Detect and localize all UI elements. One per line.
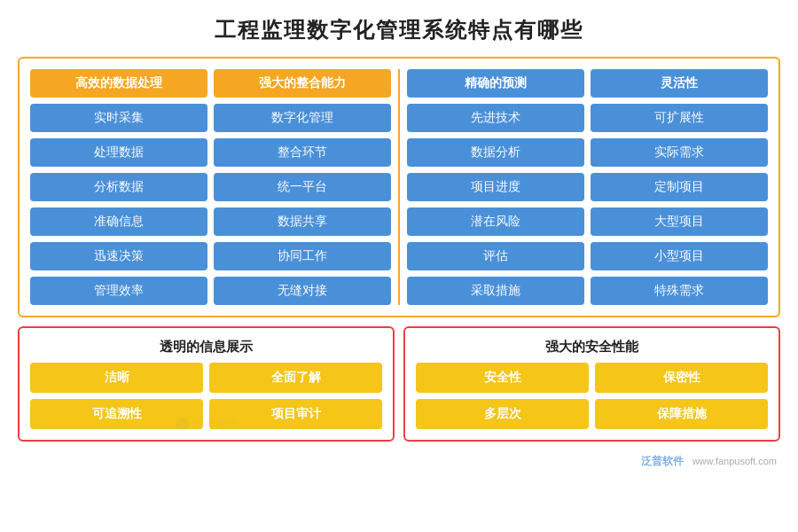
col4-item-6: 特殊需求 (591, 277, 768, 305)
bottom-row: 透明的信息展示 洁晰 全面了解 可追溯性 项目审计 🔵 泛普软件 强大的安全性能… (18, 326, 780, 442)
column-2: 强大的整合能力 数字化管理 整合环节 统一平台 数据共享 协同工作 无缝对接 (214, 69, 391, 305)
col4-header: 灵活性 (591, 69, 768, 98)
col4-item-4: 大型项目 (591, 207, 768, 236)
col3-item-3: 项目进度 (407, 173, 584, 201)
col1-header: 高效的数据处理 (30, 69, 207, 98)
col1-item-4: 准确信息 (30, 207, 207, 236)
top-section: 高效的数据处理 实时采集 处理数据 分析数据 准确信息 迅速决策 管理效率 强大… (18, 57, 780, 317)
bottom-left-grid: 洁晰 全面了解 可追溯性 项目审计 (30, 363, 382, 429)
bottom-left-item-3: 可追溯性 (30, 399, 203, 429)
footer: 泛普软件 www.fanpusoft.com (18, 454, 780, 469)
col4-item-2: 实际需求 (591, 138, 768, 167)
page: 工程监理数字化管理系统特点有哪些 高效的数据处理 实时采集 处理数据 分析数据 … (0, 0, 798, 532)
content-area: 高效的数据处理 实时采集 处理数据 分析数据 准确信息 迅速决策 管理效率 强大… (18, 57, 780, 469)
col2-item-2: 整合环节 (214, 138, 391, 167)
col1-item-1: 实时采集 (30, 104, 207, 132)
left-columns-grid: 高效的数据处理 实时采集 处理数据 分析数据 准确信息 迅速决策 管理效率 强大… (30, 69, 391, 305)
col2-item-1: 数字化管理 (214, 104, 391, 132)
col2-item-3: 统一平台 (214, 173, 391, 201)
col4-item-3: 定制项目 (591, 173, 768, 201)
bottom-left-title: 透明的信息展示 (30, 339, 382, 356)
column-4: 灵活性 可扩展性 实际需求 定制项目 大型项目 小型项目 特殊需求 (591, 69, 768, 305)
page-title: 工程监理数字化管理系统特点有哪些 (215, 16, 583, 44)
col2-item-4: 数据共享 (214, 207, 391, 236)
bottom-left-item-4: 项目审计 (209, 399, 382, 429)
col1-item-3: 分析数据 (30, 173, 207, 201)
col2-item-6: 无缝对接 (214, 277, 391, 305)
top-columns: 高效的数据处理 实时采集 处理数据 分析数据 准确信息 迅速决策 管理效率 强大… (30, 69, 768, 305)
bottom-right-title: 强大的安全性能 (416, 339, 768, 356)
bottom-right-item-3: 多层次 (416, 399, 589, 429)
bottom-left-box: 透明的信息展示 洁晰 全面了解 可追溯性 项目审计 🔵 泛普软件 (18, 326, 395, 442)
col2-item-5: 协同工作 (214, 242, 391, 270)
col3-item-2: 数据分析 (407, 138, 584, 167)
col4-item-1: 可扩展性 (591, 104, 768, 132)
bottom-right-item-4: 保障措施 (595, 399, 768, 429)
col3-item-6: 采取措施 (407, 277, 584, 305)
column-1: 高效的数据处理 实时采集 处理数据 分析数据 准确信息 迅速决策 管理效率 (30, 69, 207, 305)
col3-item-1: 先进技术 (407, 104, 584, 132)
footer-url: www.fanpusoft.com (692, 456, 777, 466)
bottom-left-item-2: 全面了解 (209, 363, 382, 393)
col1-item-6: 管理效率 (30, 277, 207, 305)
bottom-right-item-2: 保密性 (595, 363, 768, 393)
left-section: 高效的数据处理 实时采集 处理数据 分析数据 准确信息 迅速决策 管理效率 强大… (30, 69, 400, 305)
col3-item-4: 潜在风险 (407, 207, 584, 236)
bottom-right-grid: 安全性 保密性 多层次 保障措施 (416, 363, 768, 429)
right-section: 精确的预测 先进技术 数据分析 项目进度 潜在风险 评估 采取措施 灵活性 可扩… (407, 69, 768, 305)
bottom-left-item-1: 洁晰 (30, 363, 203, 393)
col1-item-5: 迅速决策 (30, 242, 207, 270)
footer-logo-icon: 泛普软件 (641, 455, 684, 467)
col4-item-5: 小型项目 (591, 242, 768, 270)
right-columns-grid: 精确的预测 先进技术 数据分析 项目进度 潜在风险 评估 采取措施 灵活性 可扩… (407, 69, 768, 305)
col1-item-2: 处理数据 (30, 138, 207, 167)
col3-item-5: 评估 (407, 242, 584, 270)
col3-header: 精确的预测 (407, 69, 584, 98)
column-3: 精确的预测 先进技术 数据分析 项目进度 潜在风险 评估 采取措施 (407, 69, 584, 305)
bottom-right-item-1: 安全性 (416, 363, 589, 393)
bottom-right-box: 强大的安全性能 安全性 保密性 多层次 保障措施 (403, 326, 780, 442)
col2-header: 强大的整合能力 (214, 69, 391, 98)
